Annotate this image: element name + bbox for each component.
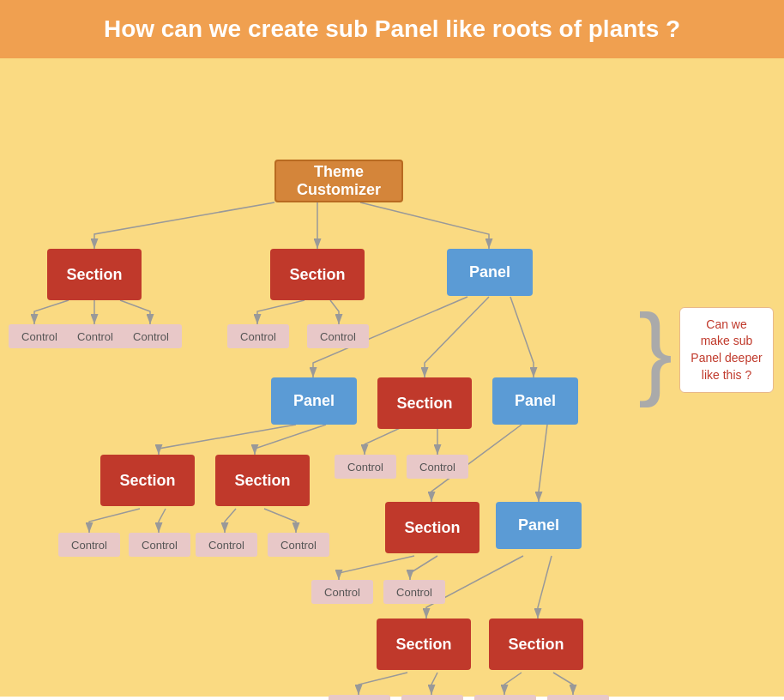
annotation-area: } Can we make sub Panel deeper like this… bbox=[638, 299, 774, 401]
control-node-16: Control bbox=[474, 695, 536, 700]
root-node: Theme Customizer bbox=[274, 160, 403, 202]
control-node-8: Control bbox=[58, 533, 120, 557]
page-header: How can we create sub Panel like roots o… bbox=[0, 0, 784, 58]
panel-node-2: Panel bbox=[271, 377, 357, 425]
control-node-13: Control bbox=[383, 580, 445, 604]
diagram-area: Theme Customizer Section Section Panel C… bbox=[0, 58, 784, 697]
page-title: How can we create sub Panel like roots o… bbox=[9, 15, 775, 43]
control-node-5: Control bbox=[307, 324, 369, 348]
section-node-2: Section bbox=[270, 249, 365, 300]
panel-node-4: Panel bbox=[496, 502, 582, 549]
control-node-6: Control bbox=[335, 455, 396, 479]
annotation-text-box: Can we make sub Panel deeper like this ? bbox=[679, 307, 774, 393]
control-node-1: Control bbox=[9, 324, 70, 348]
control-node-17: Control bbox=[547, 695, 609, 700]
control-node-7: Control bbox=[407, 455, 468, 479]
section-node-6: Section bbox=[385, 502, 479, 553]
curly-brace-icon: } bbox=[638, 299, 672, 401]
section-node-4: Section bbox=[100, 455, 195, 506]
control-node-9: Control bbox=[129, 533, 190, 557]
control-node-4: Control bbox=[227, 324, 289, 348]
control-node-10: Control bbox=[196, 533, 257, 557]
panel-node-3: Panel bbox=[492, 377, 578, 425]
control-node-3: Control bbox=[120, 324, 182, 348]
panel-node-1: Panel bbox=[447, 249, 533, 296]
section-node-8: Section bbox=[489, 619, 583, 670]
control-node-15: Control bbox=[401, 695, 463, 700]
control-node-12: Control bbox=[311, 580, 373, 604]
section-node-5: Section bbox=[215, 455, 310, 506]
section-node-1: Section bbox=[47, 249, 142, 300]
section-node-7: Section bbox=[377, 619, 471, 670]
control-node-2: Control bbox=[64, 324, 126, 348]
control-node-11: Control bbox=[268, 533, 329, 557]
control-node-14: Control bbox=[329, 695, 390, 700]
section-node-3: Section bbox=[377, 377, 472, 429]
